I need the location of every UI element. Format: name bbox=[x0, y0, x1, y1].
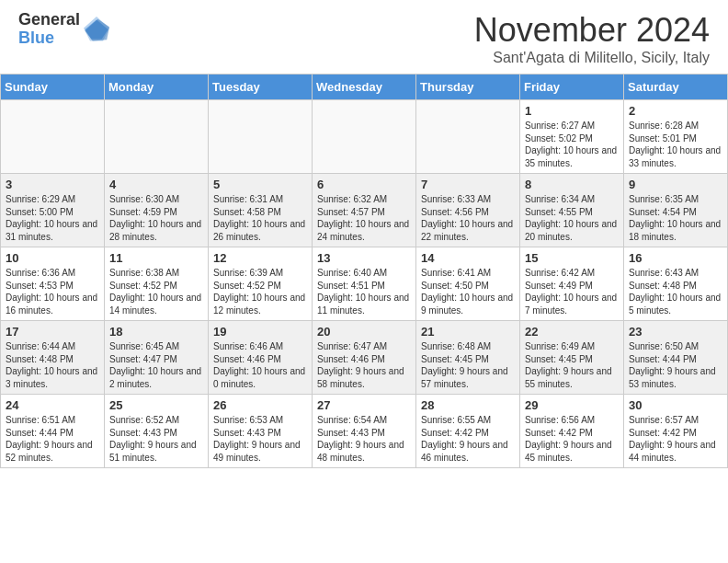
day-number: 13 bbox=[317, 251, 411, 265]
day-number: 29 bbox=[525, 398, 619, 412]
calendar-cell: 8Sunrise: 6:34 AMSunset: 4:55 PMDaylight… bbox=[520, 174, 624, 247]
day-info: Sunrise: 6:52 AMSunset: 4:43 PMDaylight:… bbox=[109, 414, 203, 464]
calendar-cell: 15Sunrise: 6:42 AMSunset: 4:49 PMDayligh… bbox=[520, 247, 624, 321]
calendar-cell bbox=[313, 100, 416, 174]
day-number: 23 bbox=[629, 325, 722, 339]
calendar-cell: 9Sunrise: 6:35 AMSunset: 4:54 PMDaylight… bbox=[624, 174, 728, 247]
calendar-cell: 17Sunrise: 6:44 AMSunset: 4:48 PMDayligh… bbox=[1, 321, 105, 395]
day-number: 15 bbox=[525, 251, 619, 265]
day-number: 19 bbox=[213, 325, 307, 339]
calendar-cell: 4Sunrise: 6:30 AMSunset: 4:59 PMDaylight… bbox=[105, 174, 209, 247]
day-info: Sunrise: 6:36 AMSunset: 4:53 PMDaylight:… bbox=[6, 267, 99, 316]
day-number: 5 bbox=[213, 178, 307, 191]
day-info: Sunrise: 6:44 AMSunset: 4:48 PMDaylight:… bbox=[6, 340, 99, 390]
calendar-cell: 16Sunrise: 6:43 AMSunset: 4:48 PMDayligh… bbox=[624, 247, 728, 321]
calendar-cell: 27Sunrise: 6:54 AMSunset: 4:43 PMDayligh… bbox=[313, 395, 416, 468]
calendar-cell: 5Sunrise: 6:31 AMSunset: 4:58 PMDaylight… bbox=[209, 174, 313, 247]
day-number: 1 bbox=[525, 104, 619, 118]
calendar-cell bbox=[416, 100, 520, 174]
day-number: 2 bbox=[629, 104, 722, 118]
day-info: Sunrise: 6:54 AMSunset: 4:43 PMDaylight:… bbox=[317, 414, 411, 464]
day-info: Sunrise: 6:31 AMSunset: 4:58 PMDaylight:… bbox=[213, 193, 307, 243]
calendar-header-tuesday: Tuesday bbox=[209, 75, 313, 100]
day-number: 20 bbox=[317, 325, 411, 339]
calendar-header-friday: Friday bbox=[520, 75, 624, 100]
calendar-body: 1Sunrise: 6:27 AMSunset: 5:02 PMDaylight… bbox=[1, 100, 728, 468]
day-info: Sunrise: 6:48 AMSunset: 4:45 PMDaylight:… bbox=[421, 340, 515, 390]
day-info: Sunrise: 6:57 AMSunset: 4:42 PMDaylight:… bbox=[629, 414, 722, 464]
calendar-cell: 26Sunrise: 6:53 AMSunset: 4:43 PMDayligh… bbox=[209, 395, 313, 468]
day-info: Sunrise: 6:43 AMSunset: 4:48 PMDaylight:… bbox=[629, 267, 722, 316]
calendar-week-3: 10Sunrise: 6:36 AMSunset: 4:53 PMDayligh… bbox=[1, 247, 728, 321]
day-number: 22 bbox=[525, 325, 619, 339]
calendar-header-wednesday: Wednesday bbox=[313, 75, 416, 100]
calendar-week-1: 1Sunrise: 6:27 AMSunset: 5:02 PMDaylight… bbox=[1, 100, 728, 174]
day-number: 8 bbox=[525, 178, 619, 191]
calendar-table: SundayMondayTuesdayWednesdayThursdayFrid… bbox=[0, 74, 728, 468]
day-info: Sunrise: 6:29 AMSunset: 5:00 PMDaylight:… bbox=[6, 193, 99, 243]
day-number: 14 bbox=[421, 251, 515, 265]
title-block: November 2024 Sant'Agata di Militello, S… bbox=[474, 11, 710, 66]
day-info: Sunrise: 6:45 AMSunset: 4:47 PMDaylight:… bbox=[109, 340, 203, 390]
day-info: Sunrise: 6:33 AMSunset: 4:56 PMDaylight:… bbox=[421, 193, 515, 243]
calendar-cell: 24Sunrise: 6:51 AMSunset: 4:44 PMDayligh… bbox=[1, 395, 105, 468]
day-number: 16 bbox=[629, 251, 722, 265]
day-number: 6 bbox=[317, 178, 411, 191]
calendar-cell: 10Sunrise: 6:36 AMSunset: 4:53 PMDayligh… bbox=[1, 247, 105, 321]
day-number: 11 bbox=[109, 251, 203, 265]
calendar-cell: 18Sunrise: 6:45 AMSunset: 4:47 PMDayligh… bbox=[105, 321, 209, 395]
calendar-cell bbox=[1, 100, 105, 174]
day-info: Sunrise: 6:39 AMSunset: 4:52 PMDaylight:… bbox=[213, 267, 307, 316]
day-number: 3 bbox=[6, 178, 99, 191]
calendar-cell: 12Sunrise: 6:39 AMSunset: 4:52 PMDayligh… bbox=[209, 247, 313, 321]
calendar-cell: 19Sunrise: 6:46 AMSunset: 4:46 PMDayligh… bbox=[209, 321, 313, 395]
calendar-cell: 7Sunrise: 6:33 AMSunset: 4:56 PMDaylight… bbox=[416, 174, 520, 247]
day-number: 30 bbox=[629, 398, 722, 412]
day-info: Sunrise: 6:47 AMSunset: 4:46 PMDaylight:… bbox=[317, 340, 411, 390]
calendar-header-thursday: Thursday bbox=[416, 75, 520, 100]
day-number: 12 bbox=[213, 251, 307, 265]
day-info: Sunrise: 6:27 AMSunset: 5:02 PMDaylight:… bbox=[525, 120, 619, 169]
calendar-week-2: 3Sunrise: 6:29 AMSunset: 5:00 PMDaylight… bbox=[1, 174, 728, 247]
day-info: Sunrise: 6:40 AMSunset: 4:51 PMDaylight:… bbox=[317, 267, 411, 316]
calendar-cell: 25Sunrise: 6:52 AMSunset: 4:43 PMDayligh… bbox=[105, 395, 209, 468]
day-number: 18 bbox=[109, 325, 203, 339]
day-info: Sunrise: 6:41 AMSunset: 4:50 PMDaylight:… bbox=[421, 267, 515, 316]
calendar-cell: 14Sunrise: 6:41 AMSunset: 4:50 PMDayligh… bbox=[416, 247, 520, 321]
day-number: 28 bbox=[421, 398, 515, 412]
calendar-cell bbox=[105, 100, 209, 174]
day-number: 24 bbox=[6, 398, 99, 412]
day-info: Sunrise: 6:49 AMSunset: 4:45 PMDaylight:… bbox=[525, 340, 619, 390]
calendar-header-monday: Monday bbox=[105, 75, 209, 100]
day-info: Sunrise: 6:38 AMSunset: 4:52 PMDaylight:… bbox=[109, 267, 203, 316]
day-number: 26 bbox=[213, 398, 307, 412]
day-info: Sunrise: 6:51 AMSunset: 4:44 PMDaylight:… bbox=[6, 414, 99, 464]
logo-blue: Blue bbox=[18, 29, 80, 48]
day-number: 17 bbox=[6, 325, 99, 339]
calendar-header-saturday: Saturday bbox=[624, 75, 728, 100]
day-number: 27 bbox=[317, 398, 411, 412]
calendar-header-row: SundayMondayTuesdayWednesdayThursdayFrid… bbox=[1, 75, 728, 100]
day-info: Sunrise: 6:42 AMSunset: 4:49 PMDaylight:… bbox=[525, 267, 619, 316]
day-info: Sunrise: 6:30 AMSunset: 4:59 PMDaylight:… bbox=[109, 193, 203, 243]
day-info: Sunrise: 6:53 AMSunset: 4:43 PMDaylight:… bbox=[213, 414, 307, 464]
calendar-cell: 2Sunrise: 6:28 AMSunset: 5:01 PMDaylight… bbox=[624, 100, 728, 174]
day-number: 7 bbox=[421, 178, 515, 191]
day-info: Sunrise: 6:46 AMSunset: 4:46 PMDaylight:… bbox=[213, 340, 307, 390]
day-info: Sunrise: 6:35 AMSunset: 4:54 PMDaylight:… bbox=[629, 193, 722, 243]
location: Sant'Agata di Militello, Sicily, Italy bbox=[474, 50, 710, 66]
calendar-cell: 21Sunrise: 6:48 AMSunset: 4:45 PMDayligh… bbox=[416, 321, 520, 395]
day-number: 9 bbox=[629, 178, 722, 191]
calendar-cell: 13Sunrise: 6:40 AMSunset: 4:51 PMDayligh… bbox=[313, 247, 416, 321]
month-title: November 2024 bbox=[474, 11, 710, 50]
calendar-cell: 29Sunrise: 6:56 AMSunset: 4:42 PMDayligh… bbox=[520, 395, 624, 468]
calendar-cell: 22Sunrise: 6:49 AMSunset: 4:45 PMDayligh… bbox=[520, 321, 624, 395]
calendar-cell bbox=[209, 100, 313, 174]
day-info: Sunrise: 6:56 AMSunset: 4:42 PMDaylight:… bbox=[525, 414, 619, 464]
logo: General Blue bbox=[18, 11, 109, 48]
day-number: 10 bbox=[6, 251, 99, 265]
logo-icon bbox=[84, 17, 109, 42]
calendar-cell: 1Sunrise: 6:27 AMSunset: 5:02 PMDaylight… bbox=[520, 100, 624, 174]
calendar-cell: 11Sunrise: 6:38 AMSunset: 4:52 PMDayligh… bbox=[105, 247, 209, 321]
calendar-week-4: 17Sunrise: 6:44 AMSunset: 4:48 PMDayligh… bbox=[1, 321, 728, 395]
